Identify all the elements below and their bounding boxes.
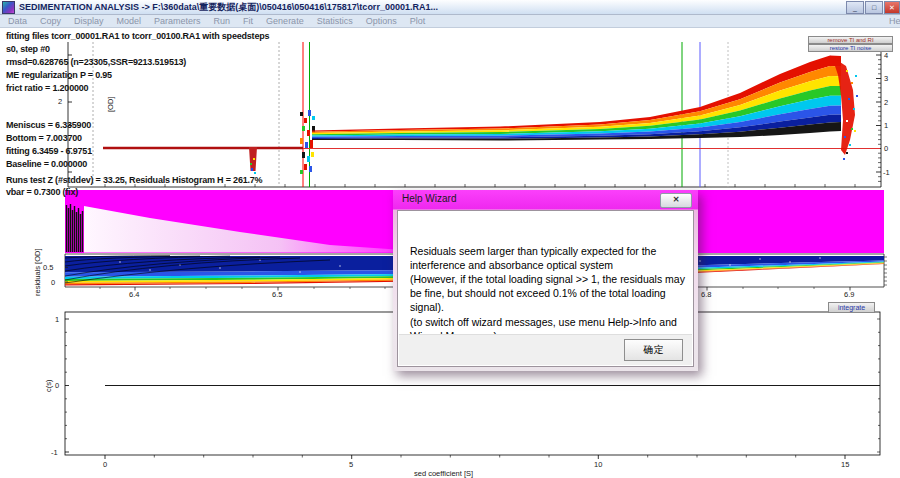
dialog-message: Residuals seem larger than typically exp… [410, 244, 686, 314]
residual-xtick: 6.9 [844, 290, 854, 299]
menu-options[interactable]: Options [366, 16, 397, 26]
integrate-button[interactable]: integrate [828, 302, 875, 313]
back-edge-scatter [830, 56, 858, 161]
top-plot-left-tick: 2 [58, 97, 62, 106]
menu-plot[interactable]: Plot [410, 16, 426, 26]
cs-xtick: 0 [103, 460, 107, 469]
fit-info-line: fitting 6.3459 - 6.9751 [6, 146, 92, 156]
residual-ytick: 0 [51, 278, 55, 287]
residual-ytick: 0.5 [43, 263, 53, 272]
cs-ylabel: c(s) [44, 380, 53, 393]
residual-xtick: 6.8 [701, 290, 711, 299]
help-wizard-dialog: Help Wizard ✕ Residuals seem larger than… [393, 190, 698, 371]
fit-info-line: rmsd=0.628765 (n=23305,SSR=9213.519513) [6, 57, 186, 67]
dialog-title: Help Wizard [402, 193, 456, 204]
remove-ti-ri-button[interactable]: remove TI and RI [808, 36, 893, 44]
maximize-button[interactable]: □ [865, 1, 883, 14]
minimize-button[interactable]: _ [846, 1, 864, 14]
fit-info-line: Meniscus = 6.335900 [6, 120, 91, 130]
cs-xlabel: sed coefficient [S] [414, 469, 473, 478]
fit-info-line: fitting files tcorr_00001.RA1 to tcorr_0… [6, 31, 269, 41]
ok-button[interactable]: 确定 [624, 339, 683, 361]
residual-ylabel: residuals [OD] [33, 248, 42, 296]
top-plot-right-tick: 3 [884, 74, 888, 83]
top-plot-right-tick: 1 [884, 121, 888, 130]
menu-data[interactable]: Data [8, 16, 27, 26]
cs-xtick: 5 [349, 460, 353, 469]
menu-copy[interactable]: Copy [40, 16, 61, 26]
top-plot-right-tick: 0 [884, 144, 888, 153]
menu-run[interactable]: Run [214, 16, 231, 26]
menu-display[interactable]: Display [74, 16, 104, 26]
fit-info-line: ME regularization P = 0.95 [6, 70, 112, 80]
close-button[interactable]: ✕ [884, 1, 900, 14]
cs-xtick: 10 [594, 460, 602, 469]
fit-info-line: Baseline = 0.000000 [6, 159, 87, 169]
scan-fan [312, 56, 841, 141]
app-icon [2, 1, 15, 14]
menu-statistics[interactable]: Statistics [317, 16, 353, 26]
cs-ytick: 0 [55, 381, 59, 390]
meniscus-scatter [300, 110, 315, 174]
menu-fit[interactable]: Fit [243, 16, 253, 26]
residual-xtick: 6.4 [129, 290, 139, 299]
menubar: Data Copy Display Model Parameters Run F… [0, 15, 900, 28]
cs-ytick: -1 [51, 448, 58, 457]
fit-info-line: Bottom = 7.003700 [6, 133, 82, 143]
top-plot-right-tick: 4 [884, 51, 888, 60]
cs-ytick: 1 [55, 315, 59, 324]
restore-ti-noise-button[interactable]: restore TI noise [808, 44, 893, 52]
fit-info-line: frict ratio = 1.200000 [6, 83, 88, 93]
top-plot-right-tick: 2 [884, 98, 888, 107]
dialog-close-button[interactable]: ✕ [660, 193, 692, 208]
menu-generate[interactable]: Generate [266, 16, 304, 26]
residual-xtick: 6.5 [272, 290, 282, 299]
menu-model[interactable]: Model [117, 16, 142, 26]
top-plot [68, 42, 881, 187]
fit-info-line: Runs test Z (#stddev) = 33.25, Residuals… [6, 175, 262, 185]
fit-info-line: vbar = 0.7300 (fix) [6, 187, 78, 197]
dialog-titlebar[interactable]: Help Wizard ✕ [393, 190, 698, 210]
dialog-footer: 确定 [399, 334, 692, 365]
titlebar: SEDIMENTATION ANALYSIS -> F:\360data\重要数… [0, 0, 900, 15]
window: SEDIMENTATION ANALYSIS -> F:\360data\重要数… [0, 0, 900, 478]
menu-help[interactable]: Help [889, 15, 900, 28]
cs-xtick: 15 [841, 460, 849, 469]
top-plot-ylabel: [OD] [106, 97, 115, 112]
menu-parameters[interactable]: Parameters [154, 16, 201, 26]
dialog-body: Residuals seem larger than typically exp… [397, 210, 694, 367]
fit-info-line: s0, step #0 [6, 44, 50, 54]
window-title: SEDIMENTATION ANALYSIS -> F:\360data\重要数… [19, 1, 438, 14]
top-plot-right-tick: -1 [883, 168, 890, 177]
